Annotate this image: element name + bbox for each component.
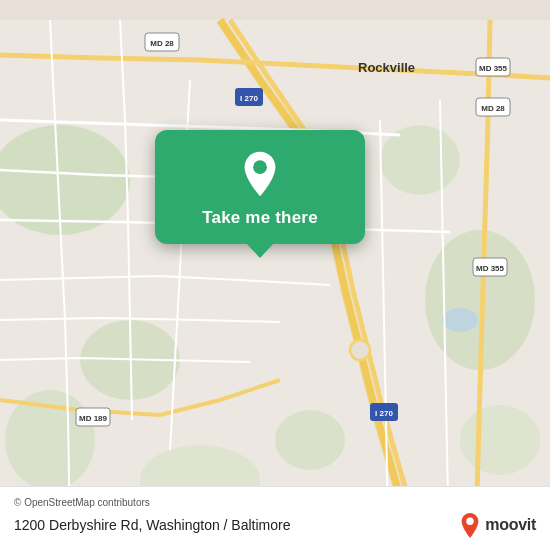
svg-text:MD 355: MD 355: [476, 264, 505, 273]
address-bar: 1200 Derbyshire Rd, Washington / Baltimo…: [14, 512, 536, 538]
popup-card: Take me there: [155, 130, 365, 244]
svg-text:MD 189: MD 189: [79, 414, 108, 423]
copyright-text: © OpenStreetMap contributors: [14, 497, 536, 508]
svg-point-9: [442, 308, 478, 332]
svg-point-7: [460, 405, 540, 475]
rockville-label: Rockville: [358, 60, 415, 75]
map-svg: I 270 I 270 I 270 MD 355 MD 355 MD 28 MD…: [0, 0, 550, 550]
moovit-brand-text: moovit: [485, 516, 536, 534]
svg-point-5: [275, 410, 345, 470]
moovit-pin-icon: [459, 512, 481, 538]
svg-point-11: [350, 340, 370, 360]
svg-text:MD 28: MD 28: [150, 39, 174, 48]
svg-point-28: [253, 160, 267, 174]
svg-text:I 270: I 270: [375, 409, 393, 418]
svg-text:MD 355: MD 355: [479, 64, 508, 73]
map-container: I 270 I 270 I 270 MD 355 MD 355 MD 28 MD…: [0, 0, 550, 550]
bottom-bar: © OpenStreetMap contributors 1200 Derbys…: [0, 486, 550, 550]
location-pin-icon: [236, 150, 284, 198]
svg-text:MD 28: MD 28: [481, 104, 505, 113]
address-text: 1200 Derbyshire Rd, Washington / Baltimo…: [14, 517, 291, 533]
svg-text:I 270: I 270: [240, 94, 258, 103]
svg-point-29: [467, 518, 474, 525]
take-me-there-button[interactable]: Take me there: [202, 208, 318, 228]
moovit-logo: moovit: [459, 512, 536, 538]
